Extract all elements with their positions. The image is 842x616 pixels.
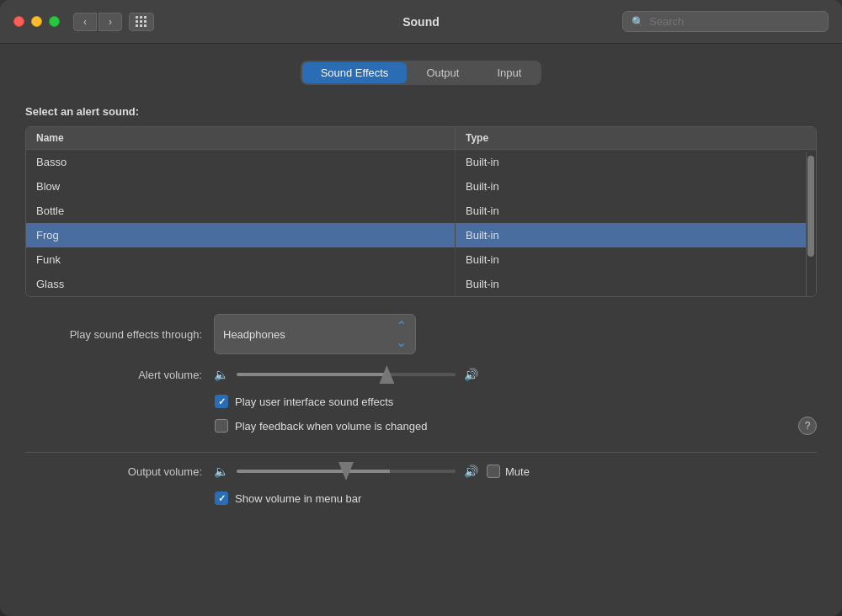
help-icon: ? [805, 420, 811, 432]
tab-group: Sound Effects Output Input [301, 61, 542, 85]
mute-button[interactable]: Mute [487, 465, 530, 478]
alert-volume-row: Alert volume: 🔈 🔊 [25, 368, 817, 381]
maximize-button[interactable] [49, 16, 60, 27]
tab-input[interactable]: Input [478, 62, 540, 83]
back-icon: ‹ [83, 16, 87, 28]
alert-sound-label: Select an alert sound: [25, 105, 817, 118]
nav-buttons: ‹ › [73, 13, 122, 31]
show-volume-menu-bar-row: Show volume in menu bar [215, 491, 817, 505]
play-feedback-row: Play feedback when volume is changed ? [215, 417, 817, 435]
sound-type-funk: Built-in [456, 247, 816, 272]
sound-row-glass[interactable]: Glass Built-in [26, 272, 816, 296]
output-volume-slider-row: 🔈 🔊 Mute [214, 465, 530, 478]
play-through-label: Play sound effects through: [25, 328, 202, 341]
search-box[interactable]: 🔍 [622, 11, 829, 32]
sound-name-blow: Blow [26, 174, 456, 199]
sound-row-bottle[interactable]: Bottle Built-in [26, 199, 816, 223]
window-title: Sound [402, 15, 440, 29]
column-type-header: Type [456, 127, 816, 149]
play-through-row: Play sound effects through: Headphones ⌃… [25, 314, 817, 354]
help-button[interactable]: ? [798, 417, 817, 435]
sound-name-frog: Frog [26, 223, 456, 247]
play-ui-sounds-row: Play user interface sound effects [215, 395, 817, 408]
show-volume-menu-bar-checkbox[interactable] [215, 491, 228, 505]
tab-bar: Sound Effects Output Input [25, 61, 817, 85]
volume-high-icon: 🔊 [464, 368, 478, 381]
play-through-dropdown[interactable]: Headphones ⌃⌄ [214, 314, 416, 354]
play-through-value: Headphones [223, 328, 285, 341]
play-feedback-label: Play feedback when volume is changed [235, 420, 427, 433]
divider [25, 452, 817, 453]
alert-volume-label: Alert volume: [25, 369, 202, 381]
sound-type-bottle: Built-in [456, 199, 816, 223]
chevron-updown-icon: ⌃⌄ [396, 318, 407, 350]
play-ui-sounds-checkbox[interactable] [215, 395, 228, 408]
sound-type-frog: Built-in [456, 223, 816, 247]
sound-preferences-window: ‹ › Sound 🔍 Sound Effects Output Inp [0, 0, 842, 616]
forward-button[interactable]: › [99, 13, 122, 31]
tab-sound-effects[interactable]: Sound Effects [302, 62, 408, 83]
output-volume-row: Output volume: 🔈 🔊 Mute [25, 465, 817, 478]
sound-list-header: Name Type [26, 127, 816, 150]
sound-row-frog[interactable]: Frog Built-in [26, 223, 816, 247]
output-volume-slider[interactable] [237, 470, 456, 473]
mute-checkbox[interactable] [487, 465, 500, 478]
sound-row-funk[interactable]: Funk Built-in [26, 247, 816, 272]
volume-low-icon: 🔈 [214, 368, 228, 381]
scroll-thumb[interactable] [807, 156, 814, 257]
sound-name-funk: Funk [26, 247, 456, 272]
output-volume-low-icon: 🔈 [214, 465, 228, 478]
back-button[interactable]: ‹ [73, 13, 97, 31]
grid-view-button[interactable] [129, 13, 154, 31]
alert-volume-slider[interactable] [237, 373, 456, 376]
title-bar: ‹ › Sound 🔍 [0, 0, 842, 44]
scroll-track [806, 152, 816, 296]
sound-row-blow[interactable]: Blow Built-in [26, 174, 816, 199]
sound-name-basso: Basso [26, 150, 456, 174]
tab-output[interactable]: Output [408, 62, 477, 83]
column-name-header: Name [26, 127, 456, 149]
close-button[interactable] [13, 16, 24, 27]
sound-name-bottle: Bottle [26, 199, 456, 223]
show-volume-menu-bar-label: Show volume in menu bar [235, 492, 361, 505]
sound-list-container: Name Type Basso Built-in Blow Built-in B… [25, 126, 817, 297]
play-feedback-checkbox[interactable] [215, 419, 228, 433]
search-input[interactable] [649, 15, 819, 28]
forward-icon: › [109, 16, 112, 28]
output-volume-high-icon: 🔊 [464, 465, 478, 478]
search-icon: 🔍 [632, 16, 644, 28]
minimize-button[interactable] [31, 16, 42, 27]
traffic-lights [13, 16, 60, 27]
alert-volume-slider-row: 🔈 🔊 [214, 368, 478, 381]
content-area: Sound Effects Output Input Select an ale… [0, 44, 842, 616]
output-volume-label: Output volume: [25, 465, 202, 478]
sound-type-glass: Built-in [456, 272, 816, 296]
play-ui-sounds-label: Play user interface sound effects [235, 396, 393, 408]
mute-label: Mute [505, 465, 530, 478]
sound-type-basso: Built-in [456, 150, 816, 174]
sound-type-blow: Built-in [456, 174, 816, 199]
sound-name-glass: Glass [26, 272, 456, 296]
grid-icon [136, 16, 147, 28]
sound-row-basso[interactable]: Basso Built-in [26, 150, 816, 174]
sound-list[interactable]: Basso Built-in Blow Built-in Bottle Buil… [26, 150, 816, 296]
